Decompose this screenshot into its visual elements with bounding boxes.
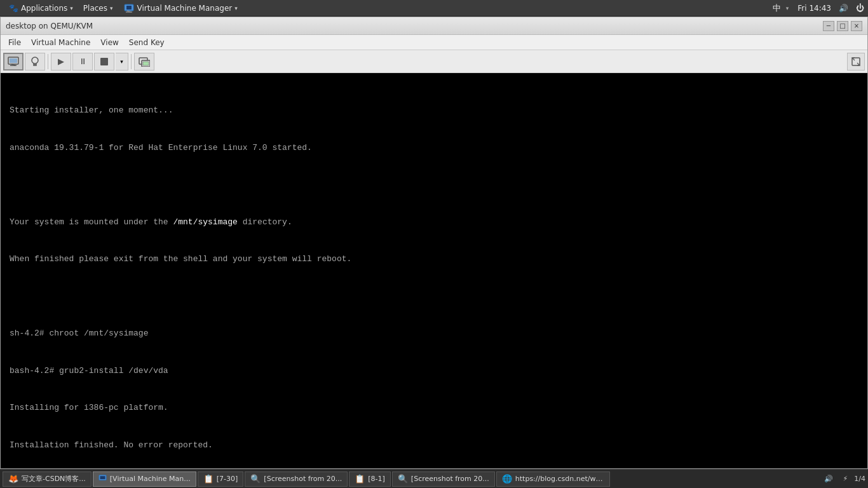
vmm-taskbar-icon [98, 474, 107, 484]
taskbar-label-blog: https://blog.csdn.net/weix... [515, 475, 604, 483]
system-bar-right: 中 ▾ Fri 14:43 🔊 ⏻ [773, 3, 864, 14]
firefox-icon: 🦊 [8, 474, 18, 484]
places-label: Places [83, 4, 107, 13]
input-method-arrow-icon: ▾ [786, 5, 789, 11]
play-icon: ▶ [58, 57, 64, 66]
clock[interactable]: Fri 14:43 [797, 4, 831, 13]
applications-arrow-icon: ▾ [70, 5, 73, 11]
taskbar-right: 🔊 ⚡ 1/4 [820, 473, 865, 484]
svg-rect-10 [100, 58, 108, 65]
volume-icon[interactable]: 🔊 [839, 4, 848, 13]
blog-icon: 🌐 [502, 474, 512, 484]
term-line-5: When finished please exit from the shell… [10, 253, 858, 266]
vmm-menu[interactable]: Virtual Machine Manager ▾ [118, 0, 243, 17]
lightbulb-icon [30, 56, 40, 67]
screenshot2-icon: 🔍 [398, 474, 408, 484]
menu-file[interactable]: File [3, 36, 26, 50]
minimize-button[interactable]: − [823, 21, 834, 31]
toolbar-resize-button[interactable] [847, 53, 865, 71]
term-line-9: Installing for i386-pc platform. [10, 402, 858, 414]
maximize-button[interactable]: □ [837, 21, 848, 31]
taskbar-volume-icon[interactable]: 🔊 [820, 473, 837, 484]
system-bar: 🐾 Applications ▾ Places ▾ Virtual Machin… [0, 0, 868, 17]
taskbar-item-screenshot1[interactable]: 🔍 [Screenshot from 20... [245, 471, 348, 487]
screenshot1-icon: 🔍 [250, 474, 261, 484]
menu-send-key[interactable]: Send Key [124, 36, 170, 50]
menu-virtual-machine[interactable]: Virtual Machine [26, 36, 95, 50]
toolbar-pause-button[interactable]: ⏸ [72, 53, 93, 71]
vmm-toolbar: ▶ ⏸ ▾ [1, 50, 867, 73]
730-icon: 📋 [203, 474, 214, 484]
taskbar-item-81[interactable]: 📋 [8-1] [349, 471, 391, 487]
input-method-indicator[interactable]: 中 [773, 3, 781, 14]
term-line-10: Installation finished. No error reported… [10, 439, 858, 452]
vmm-window-title: desktop on QEMU/KVM [6, 22, 93, 30]
toolbar-stop-button[interactable] [94, 53, 114, 71]
term-line-6 [10, 290, 858, 303]
toolbar-details-button[interactable] [25, 53, 45, 71]
taskbar-label-81: [8-1] [368, 475, 385, 483]
system-bar-left: 🐾 Applications ▾ Places ▾ Virtual Machin… [4, 0, 243, 17]
81-icon: 📋 [355, 474, 365, 484]
taskbar: 🦊 写文章-CSDN博客... [Virtual Machine Man... … [0, 469, 868, 488]
term-line-8: bash-4.2# grub2-install /dev/vda [10, 365, 858, 377]
taskbar-item-screenshot2[interactable]: 🔍 [Screenshot from 20... [392, 471, 495, 487]
vmm-titlebar: desktop on QEMU/KVM − □ × [1, 17, 867, 35]
places-arrow-icon: ▾ [110, 5, 113, 11]
taskbar-item-blog[interactable]: 🌐 https://blog.csdn.net/weix... [496, 471, 610, 487]
taskbar-power-icon[interactable]: ⚡ [839, 473, 852, 484]
term-line-1: Starting installer, one moment... [10, 104, 858, 117]
svg-rect-16 [100, 476, 105, 479]
vmm-menubar: File Virtual Machine View Send Key [1, 35, 867, 50]
applications-menu[interactable]: 🐾 Applications ▾ [4, 0, 78, 17]
vmm-window: desktop on QEMU/KVM − □ × File Virtual M… [0, 17, 868, 469]
svg-point-8 [32, 57, 38, 64]
taskbar-page-number: 1/4 [854, 475, 865, 483]
taskbar-item-vmm[interactable]: [Virtual Machine Man... [93, 471, 196, 487]
applications-icon: 🐾 [9, 4, 18, 13]
term-line-4: Your system is mounted under the /mnt/sy… [10, 216, 858, 229]
pause-icon: ⏸ [79, 57, 87, 66]
vmm-arrow-icon: ▾ [234, 5, 238, 11]
screenshot-icon [139, 57, 150, 67]
applications-label: Applications [21, 4, 67, 13]
taskbar-label-screenshot1: [Screenshot from 20... [264, 475, 342, 483]
term-line-7: sh-4.2# chroot /mnt/sysimage [10, 327, 858, 340]
vmm-title-label: Virtual Machine Manager [137, 4, 233, 13]
toolbar-power-dropdown[interactable]: ▾ [116, 53, 128, 71]
places-menu[interactable]: Places ▾ [78, 0, 118, 17]
taskbar-label-vmm: [Virtual Machine Man... [110, 475, 191, 483]
toolbar-separator-2 [131, 54, 132, 69]
stop-icon [99, 57, 109, 67]
dropdown-arrow-icon: ▾ [120, 58, 123, 65]
monitor-icon [8, 57, 19, 67]
menu-view[interactable]: View [95, 36, 123, 50]
taskbar-item-730[interactable]: 📋 [7-30] [198, 471, 244, 487]
vm-display[interactable]: Starting installer, one moment... anacon… [1, 73, 867, 468]
taskbar-label-firefox: 写文章-CSDN博客... [22, 474, 86, 484]
toolbar-play-button[interactable]: ▶ [51, 53, 71, 71]
close-button[interactable]: × [851, 21, 862, 31]
svg-rect-1 [126, 6, 132, 10]
toolbar-separator-1 [48, 54, 48, 69]
resize-icon [851, 57, 861, 67]
term-line-2: anaconda 19.31.79-1 for Red Hat Enterpri… [10, 142, 858, 154]
taskbar-label-730: [7-30] [217, 475, 238, 483]
taskbar-item-firefox[interactable]: 🦊 写文章-CSDN博客... [3, 471, 92, 487]
vmm-window-controls: − □ × [823, 21, 862, 31]
toolbar-display-button[interactable] [3, 53, 24, 71]
svg-rect-13 [143, 62, 149, 65]
svg-rect-5 [10, 58, 17, 63]
toolbar-screenshot-button[interactable] [134, 53, 154, 71]
term-line-3 [10, 179, 858, 191]
vmm-icon [123, 3, 135, 14]
taskbar-label-screenshot2: [Screenshot from 20... [411, 475, 489, 483]
terminal-output: Starting installer, one moment... anacon… [1, 73, 867, 468]
power-icon[interactable]: ⏻ [856, 3, 864, 13]
